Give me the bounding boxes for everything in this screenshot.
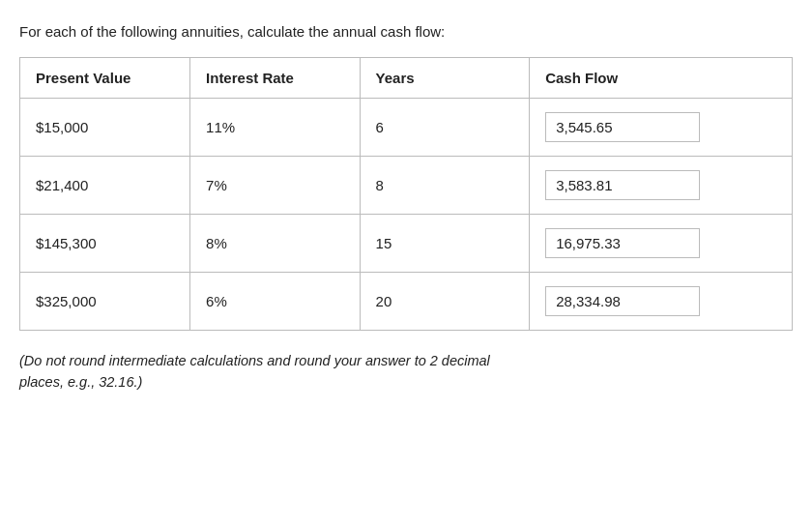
cell-years: 8 [360, 157, 530, 215]
cell-present-value: $325,000 [20, 273, 190, 331]
table-row: $325,0006%20 [20, 273, 792, 331]
header-interest-rate: Interest Rate [190, 58, 361, 99]
cell-interest-rate: 8% [190, 215, 361, 273]
cell-cash-flow[interactable] [530, 273, 792, 331]
cell-cash-flow[interactable] [530, 157, 792, 215]
table-row: $21,4007%8 [20, 157, 792, 215]
annuity-table: Present Value Interest Rate Years Cash F… [20, 58, 792, 330]
cell-present-value: $15,000 [20, 99, 190, 157]
cell-years: 20 [360, 273, 530, 331]
instruction-text: For each of the following annuities, cal… [19, 23, 793, 40]
cell-interest-rate: 11% [190, 99, 361, 157]
cash-flow-input[interactable] [545, 170, 700, 200]
table-header-row: Present Value Interest Rate Years Cash F… [20, 58, 792, 99]
cell-present-value: $21,400 [20, 157, 190, 215]
cell-years: 15 [360, 215, 530, 273]
cell-present-value: $145,300 [20, 215, 190, 273]
cell-interest-rate: 7% [190, 157, 361, 215]
cell-interest-rate: 6% [190, 273, 361, 331]
table-row: $145,3008%15 [20, 215, 792, 273]
header-cash-flow: Cash Flow [530, 58, 792, 99]
cash-flow-input[interactable] [545, 286, 700, 316]
note-text: (Do not round intermediate calculations … [19, 351, 522, 394]
cash-flow-input[interactable] [545, 228, 700, 258]
annuity-table-wrapper: Present Value Interest Rate Years Cash F… [19, 57, 793, 331]
cash-flow-input[interactable] [545, 112, 700, 142]
cell-cash-flow[interactable] [530, 99, 792, 157]
table-row: $15,00011%6 [20, 99, 792, 157]
header-present-value: Present Value [20, 58, 190, 99]
cell-cash-flow[interactable] [530, 215, 792, 273]
cell-years: 6 [360, 99, 530, 157]
header-years: Years [360, 58, 530, 99]
